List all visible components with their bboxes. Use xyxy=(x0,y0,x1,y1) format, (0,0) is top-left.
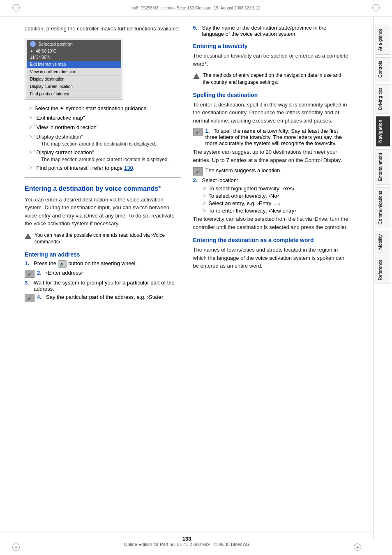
sidebar-tab-navigation[interactable]: Navigation xyxy=(376,116,390,146)
spell-step-text-2: Select location: xyxy=(202,177,238,183)
sub-arrow-4: ▷ xyxy=(203,208,206,213)
bullet-text-6: "Find points of interest", refer to page… xyxy=(35,164,134,172)
sidebar-tab-communications[interactable]: Communications xyxy=(376,187,390,228)
note-text-2: The methods of entry depend on the navig… xyxy=(203,72,349,86)
spell-step2: 2. Select location: xyxy=(193,177,349,183)
note-box-2: The methods of entry depend on the navig… xyxy=(193,72,349,86)
section1-heading: Entering a destination by voice commands… xyxy=(25,185,181,192)
header-filename: ba8_E9293M3_cic.book Seite 133 Dienstag,… xyxy=(25,6,367,10)
top-bar: ba8_E9293M3_cic.book Seite 133 Dienstag,… xyxy=(0,0,392,16)
sidebar-tab-entertainment[interactable]: Entertainment xyxy=(376,149,390,185)
crosshair-bottom-right xyxy=(354,543,361,551)
right-column: 5. Say the name of the destination state… xyxy=(193,25,349,304)
arrow-6: ▷ xyxy=(29,165,32,170)
bullet-3: ▷ "View in northern direction" xyxy=(25,124,181,131)
menu-item-3: Display destination xyxy=(27,76,121,83)
spell-step-num-1: 1. xyxy=(205,128,210,134)
sidebar-tab-at-a-glance[interactable]: At a glance xyxy=(376,25,390,55)
intro-paragraph: addition, pressing the controller makes … xyxy=(25,25,181,33)
spell-step-text-1: To spell the name of a town/city: Say at… xyxy=(205,128,342,146)
note-box-1: You can have the possible commands read … xyxy=(25,232,181,246)
arrow-4: ▷ xyxy=(29,134,32,139)
screenshot-title: Selected position xyxy=(27,40,121,48)
bullet-1: ▷ Select the ✦ symbol: start destination… xyxy=(25,105,181,112)
sidebar-tab-driving-tips[interactable]: Driving tips xyxy=(376,84,390,113)
screenshot-coords2: 11°34'36"N xyxy=(27,54,121,61)
spell-step-num-2: 2. xyxy=(193,177,200,183)
sub-bullet-3: ▷ Select an entry, e.g. ›Entry …‹ xyxy=(193,200,349,206)
page-number: 133 xyxy=(182,536,191,542)
subsection-entering-address: Entering an address xyxy=(25,251,181,258)
step-num-3: 3. xyxy=(25,280,31,286)
bullet-text-2: "Exit interactive map" xyxy=(35,114,85,122)
crosshair-top-right xyxy=(372,4,380,12)
sub-arrow-3: ▷ xyxy=(203,201,206,205)
step-text-2: ›Enter address‹ xyxy=(46,270,83,276)
arrow-2: ▷ xyxy=(29,115,32,120)
step-num-1: 1. xyxy=(25,260,31,266)
note-triangle-1 xyxy=(25,233,31,239)
bullet-text-5: "Display current location" xyxy=(35,149,94,155)
section-town-heading: Entering a town/city xyxy=(193,43,349,49)
bullet-subtext-4: The map section around the destination i… xyxy=(41,141,156,147)
coord1-val: 48°08'10"O xyxy=(36,49,57,53)
spell-step1: 1. To spell the name of a town/city: Say… xyxy=(205,128,349,146)
bullet-6: ▷ "Find points of interest", refer to pa… xyxy=(25,164,181,172)
left-column: addition, pressing the controller makes … xyxy=(25,25,181,304)
main-content: addition, pressing the controller makes … xyxy=(0,16,374,316)
bullet-2: ▷ "Exit interactive map" xyxy=(25,114,181,122)
sub-bullet-4: ▷ To re-enter the town/city: ›New entry‹ xyxy=(193,208,349,214)
right-sidebar: At a glance Controls Driving tips Naviga… xyxy=(374,16,392,539)
coord1: ✦ xyxy=(30,49,33,53)
section1-intro: You can enter a desired destination via … xyxy=(25,196,181,228)
mic-note-text: The system suggests a location. xyxy=(205,167,282,173)
step-4-box: 🎤 4. Say the particular part of the addr… xyxy=(25,294,181,302)
footer-copyright: Online Edition for Part no. 01 41 2 600 … xyxy=(124,542,249,547)
bullet-subtext-5: The map section around your current loca… xyxy=(41,157,169,162)
bullet-text-3: "View in northern direction" xyxy=(35,124,99,131)
menu-item-5: Find points of interest xyxy=(27,90,121,98)
section-spell-intro: To enter a destination, spell it in the … xyxy=(193,101,349,125)
crosshair-top-left xyxy=(12,4,20,12)
spell-step1-box: 🎤 1. To spell the name of a town/city: S… xyxy=(193,128,349,146)
sidebar-tab-reference[interactable]: Reference xyxy=(376,256,390,284)
section-spell-heading: Spelling the destination xyxy=(193,92,349,98)
step-3: 3. Wait for the system to prompt you for… xyxy=(25,280,181,292)
section-town-intro: The destination town/city can be spelled… xyxy=(193,52,349,68)
section-divider xyxy=(25,177,181,178)
nav-icon xyxy=(30,41,36,47)
bullet-text-1: Select the ✦ symbol: start destination g… xyxy=(35,105,148,112)
final-note: The town/city can also be selected from … xyxy=(193,215,349,231)
step-text-1: Press the 🔊 button on the steering wheel… xyxy=(34,260,137,268)
page-footer: 133 Online Edition for Part no. 01 41 2 … xyxy=(0,532,374,547)
sub-bullet-text-1: To select highlighted town/city: ›Yes‹ xyxy=(209,185,295,192)
step-2-box: 🎤 2. ›Enter address‹ xyxy=(25,270,181,278)
menu-item-2: View in northern direction xyxy=(27,68,121,76)
step-4: 4. Say the particular part of the addres… xyxy=(37,294,163,300)
screenshot-box: Selected position ✦ 48°08'10"O 11°34'36"… xyxy=(25,38,123,100)
step-1: 1. Press the 🔊 button on the steering wh… xyxy=(25,260,181,268)
step-text-4: Say the particular part of the address, … xyxy=(46,294,163,300)
arrow-5: ▷ xyxy=(29,149,32,155)
step-text-5: Say the name of the destination state/pr… xyxy=(202,25,349,37)
sub-bullet-text-4: To re-enter the town/city: ›New entry‹ xyxy=(209,208,296,214)
mic-icon-4: 🎤 xyxy=(193,167,203,176)
step-5: 5. Say the name of the destination state… xyxy=(193,25,349,37)
note-text-1: You can have the possible commands read … xyxy=(35,232,181,246)
sidebar-tab-mobility[interactable]: Mobility xyxy=(376,231,390,253)
sub-bullet-text-3: Select an entry, e.g. ›Entry …‹ xyxy=(209,200,280,206)
mic-icon-3: 🎤 xyxy=(193,128,203,136)
arrow-1: ▷ xyxy=(29,105,32,111)
steering-icon: 🔊 xyxy=(58,260,67,268)
mic-icon-1: 🎤 xyxy=(25,270,35,278)
step-text-3: Wait for the system to prompt you for a … xyxy=(34,280,181,292)
two-column-layout: addition, pressing the controller makes … xyxy=(25,25,349,304)
system-note: The system can suggest up to 20 destinat… xyxy=(193,148,349,164)
screenshot-title-text: Selected position xyxy=(38,42,73,46)
step-num-2: 2. xyxy=(37,270,44,276)
section-complete-word-heading: Entering the destination as a complete w… xyxy=(193,237,349,243)
step-num-4: 4. xyxy=(37,294,44,300)
note-triangle-2 xyxy=(193,73,200,79)
sidebar-tab-controls[interactable]: Controls xyxy=(376,57,390,81)
step-num-5: 5. xyxy=(193,25,200,31)
